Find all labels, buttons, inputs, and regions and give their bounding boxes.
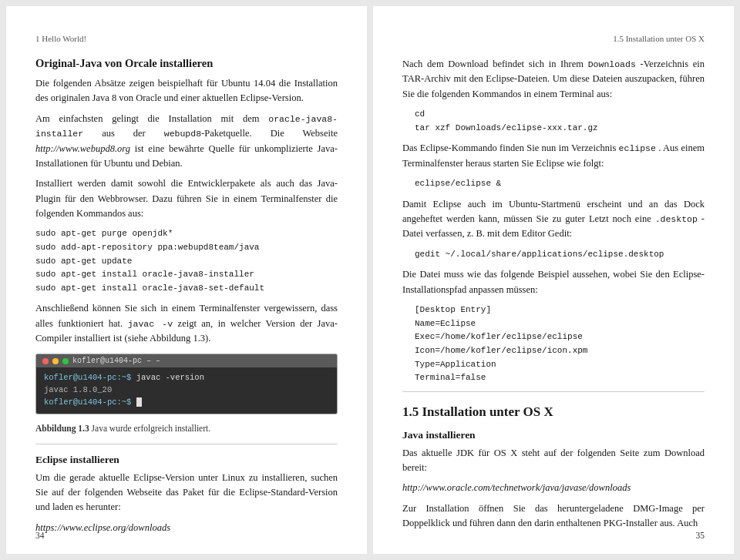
left-page-footer: 34	[35, 531, 338, 540]
desktop-line-4: Icon=/home/kofler/eclipse/icon.xpm	[415, 344, 705, 358]
right-header-title: 1.5 Installation unter OS X	[613, 34, 705, 43]
code-javac: javac -v	[128, 319, 173, 329]
eclipse-para: Um die gerade aktuelle Eclipse-Version u…	[35, 471, 338, 515]
desktop-line-1: [Desktop Entry]	[415, 303, 705, 317]
desktop-line-6: Terminal=false	[415, 371, 705, 385]
cmd-line-1: sudo apt-get purge openjdk*	[35, 227, 338, 241]
right-divider	[402, 391, 705, 392]
prompt-2: kofler@u1404-pc:~$	[44, 397, 131, 407]
install-commands: sudo apt-get purge openjdk* sudo add-apt…	[35, 227, 338, 295]
section-title-2: Eclipse installieren	[35, 454, 338, 466]
eclipse-cmd-1: eclipse/eclipse &	[415, 177, 705, 191]
terminal-title: kofler@u1404-pc – –	[72, 357, 160, 365]
oracle-url: http://www.oracle.com/technetwork/java/j…	[402, 482, 631, 493]
left-page-number: 34	[35, 531, 45, 540]
osx-sub-title: Java installieren	[402, 429, 705, 441]
figure-text: Java wurde erfolgreich installiert.	[92, 424, 211, 433]
tar-cmd-1: cd	[415, 108, 705, 122]
right-page-number: 35	[696, 531, 705, 540]
para-4: Anschließend können Sie sich in einem Te…	[35, 301, 338, 346]
terminal-line-2: javac 1.8.0_20	[44, 384, 329, 397]
gedit-cmd: gedit ~/.local/share/applications/eclips…	[415, 248, 705, 262]
close-dot	[42, 358, 49, 364]
tar-cmd-2: tar xzf Downloads/eclipse-xxx.tar.gz	[415, 122, 705, 136]
max-dot	[62, 358, 69, 364]
terminal-body: kofler@u1404-pc:~$ javac -version javac …	[36, 367, 337, 413]
gedit-cmd-1: gedit ~/.local/share/applications/eclips…	[415, 248, 705, 262]
terminal-titlebar: kofler@u1404-pc – –	[36, 354, 337, 367]
osx-para-2: Zur Installation öffnen Sie das herunter…	[402, 501, 705, 531]
chapter-label: 1 Hello World!	[35, 34, 86, 43]
figure-label: Abbildung 1.3	[35, 424, 89, 433]
cmd-1: javac -version	[136, 373, 204, 382]
terminal-line-1: kofler@u1404-pc:~$ javac -version	[44, 372, 329, 384]
desktop-entry: [Desktop Entry] Name=Eclipse Exec=/home/…	[415, 303, 705, 385]
right-para-2: Das Eclipse-Kommando finden Sie nun im V…	[402, 141, 705, 171]
left-page: 1 Hello World! Original-Java von Orcale …	[6, 6, 367, 554]
divider	[35, 444, 338, 444]
cmd-line-4: sudo apt-get install oracle-java8-instal…	[35, 268, 338, 282]
cursor	[136, 397, 142, 407]
left-page-header: 1 Hello World!	[35, 34, 338, 43]
right-para-1: Nach dem Download befindet sich in Ihrem…	[402, 57, 705, 102]
page-spread: 1 Hello World! Original-Java von Orcale …	[0, 0, 740, 560]
right-page: 1.5 Installation unter OS X Nach dem Dow…	[373, 6, 734, 554]
code-downloads: Downloads	[588, 59, 636, 69]
tar-commands: cd tar xzf Downloads/eclipse-xxx.tar.gz	[415, 108, 705, 135]
right-para-3: Damit Eclipse auch im Ubuntu-Startmenü e…	[402, 197, 705, 242]
figure-caption: Abbildung 1.3 Java wurde erfolgreich ins…	[35, 422, 338, 436]
desktop-line-2: Name=Eclipse	[415, 317, 705, 331]
cmd-line-5: sudo apt-get install oracle-java8-set-de…	[35, 282, 338, 296]
osx-para-1: Das aktuelle JDK für OS X steht auf der …	[402, 446, 705, 476]
right-para-4: Die Datei muss wie das folgende Beispiel…	[402, 267, 705, 297]
min-dot	[52, 358, 59, 364]
osx-section-title: 1.5 Installation unter OS X	[402, 404, 705, 420]
desktop-line-5: Type=Application	[415, 358, 705, 372]
section-title-1: Original-Java von Orcale installieren	[35, 57, 338, 70]
code-webupd8: webupd8	[164, 129, 201, 139]
osx-link: http://www.oracle.com/technetwork/java/j…	[402, 481, 705, 495]
right-page-footer: 35	[402, 531, 705, 540]
right-page-header: 1.5 Installation unter OS X	[402, 34, 705, 43]
output-1: javac 1.8.0_20	[44, 385, 112, 394]
webupd8-link: http://www.webupd8.org	[35, 143, 130, 154]
para-3: Installiert werden damit sowohl die Entw…	[35, 176, 338, 221]
code-eclipse-dir: eclipse	[619, 143, 656, 153]
terminal-screenshot: kofler@u1404-pc – – kofler@u1404-pc:~$ j…	[35, 354, 338, 414]
eclipse-start-cmd: eclipse/eclipse &	[415, 177, 705, 191]
desktop-line-3: Exec=/home/kofler/eclipse/eclipse	[415, 330, 705, 344]
para-1: Die folgenden Absätze zeigen beispielhaf…	[35, 76, 338, 106]
code-desktop: .desktop	[655, 214, 698, 224]
cmd-line-2: sudo add-apt-repository ppa:webupd8team/…	[35, 241, 338, 255]
cmd-line-3: sudo apt-get update	[35, 255, 338, 269]
terminal-line-3: kofler@u1404-pc:~$	[44, 397, 329, 409]
prompt-1: kofler@u1404-pc:~$	[44, 373, 131, 382]
para-2: Am einfachsten gelingt die Installation …	[35, 112, 338, 172]
